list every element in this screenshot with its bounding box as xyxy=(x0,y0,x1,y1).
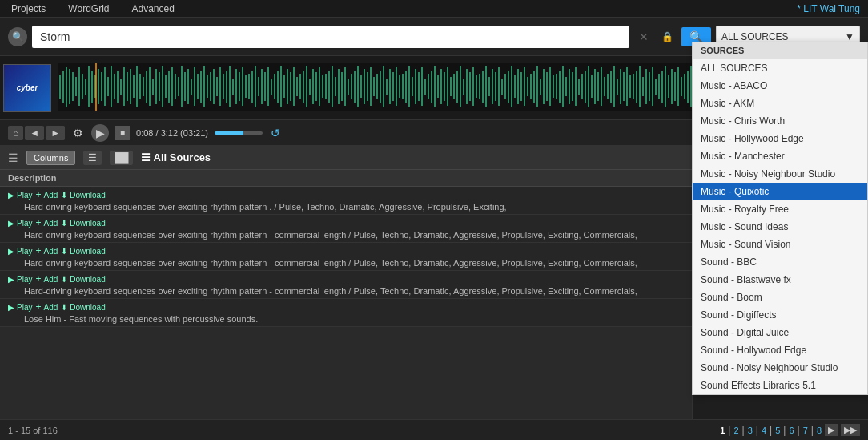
svg-rect-192 xyxy=(671,69,673,104)
svg-rect-80 xyxy=(312,69,314,104)
svg-rect-90 xyxy=(344,67,346,106)
play-row-button[interactable]: ▶ Play xyxy=(8,219,32,228)
dropdown-item-music-noisy[interactable]: Music - Noisy Neighbour Studio xyxy=(693,165,867,183)
svg-rect-119 xyxy=(437,75,439,98)
grid-view-button[interactable]: ██ xyxy=(110,151,133,165)
menu-wordgrid[interactable]: WordGrid xyxy=(65,2,112,16)
play-row-button[interactable]: ▶ Play xyxy=(8,191,32,200)
search-input[interactable] xyxy=(32,26,629,48)
dropdown-item-music-manchester[interactable]: Music - Manchester xyxy=(693,147,867,165)
dropdown-item-sound-digiffects[interactable]: Sound - Digiffects xyxy=(693,306,867,324)
dropdown-item-sound-hollywood-edge[interactable]: Sound - Hollywood Edge xyxy=(693,341,867,359)
dropdown-item-music-akm[interactable]: Music - AKM xyxy=(693,95,867,112)
row-actions: ▶ Play + Add ⬇ Download xyxy=(0,216,692,229)
row-description: Hard-driving keyboard sequences over exc… xyxy=(0,229,692,240)
svg-rect-57 xyxy=(239,72,240,101)
dropdown-item-sound-bbc[interactable]: Sound - BBC xyxy=(693,253,867,271)
add-row-button[interactable]: + Add xyxy=(35,301,58,313)
add-row-button[interactable]: + Add xyxy=(35,245,58,256)
add-row-button[interactable]: + Add xyxy=(35,273,58,285)
dropdown-item-music-royalty[interactable]: Music - Royalty Free xyxy=(693,200,867,218)
page-link-1[interactable]: 1 xyxy=(720,426,725,435)
svg-rect-183 xyxy=(642,77,644,96)
svg-rect-99 xyxy=(373,77,375,96)
dropdown-item-music-quixotic[interactable]: Music - Quixotic xyxy=(693,183,867,200)
clear-button[interactable]: ✕ xyxy=(634,29,653,45)
svg-rect-110 xyxy=(408,66,410,107)
dropdown-item-music-sound-vision[interactable]: Music - Sound Vision xyxy=(693,236,867,253)
page-link-4[interactable]: 4 xyxy=(762,426,766,435)
nav-prev-button[interactable]: ◄ xyxy=(25,126,44,140)
columns-button[interactable]: Columns xyxy=(26,151,75,165)
page-last-button[interactable]: ▶▶ xyxy=(841,424,860,436)
all-sources-title: ☰ All Sources xyxy=(141,151,211,163)
pagination-pages: 1 | 2 | 3 | 4 | 5 | 6 | 7 | 8 ▶ ▶▶ xyxy=(720,424,860,436)
page-link-5[interactable]: 5 xyxy=(775,426,780,435)
dropdown-item-music-chris[interactable]: Music - Chris Worth xyxy=(693,112,867,130)
svg-rect-34 xyxy=(165,75,167,98)
page-link-7[interactable]: 7 xyxy=(803,426,808,435)
svg-rect-79 xyxy=(309,79,311,95)
svg-rect-94 xyxy=(357,66,359,107)
dropdown-item-all-sources[interactable]: ALL SOURCES xyxy=(693,59,867,77)
svg-rect-93 xyxy=(354,71,356,103)
download-row-button[interactable]: ⬇ Download xyxy=(61,303,105,312)
loop-button[interactable]: ↺ xyxy=(269,125,282,141)
svg-rect-48 xyxy=(210,72,211,101)
page-link-2[interactable]: 2 xyxy=(733,426,738,435)
svg-rect-156 xyxy=(556,74,557,99)
add-row-button[interactable]: + Add xyxy=(35,217,58,228)
nav-next-button[interactable]: ► xyxy=(46,126,65,140)
settings-button[interactable]: ⚙ xyxy=(71,125,85,141)
svg-rect-181 xyxy=(636,71,637,103)
svg-rect-111 xyxy=(412,77,413,96)
svg-rect-65 xyxy=(264,72,266,101)
dropdown-item-music-sound-ideas[interactable]: Music - Sound Ideas xyxy=(693,218,867,236)
dropdown-item-sound-digital-juice[interactable]: Sound - Digital Juice xyxy=(693,324,867,341)
play-row-button[interactable]: ▶ Play xyxy=(8,303,32,312)
svg-rect-147 xyxy=(527,77,528,96)
download-row-button[interactable]: ⬇ Download xyxy=(61,219,105,228)
dropdown-item-sound-noisy-neighbour[interactable]: Sound - Noisy Neighbour Studio xyxy=(693,359,867,377)
svg-rect-155 xyxy=(553,75,554,98)
svg-rect-25 xyxy=(136,66,138,107)
svg-rect-138 xyxy=(498,67,500,106)
play-row-button[interactable]: ▶ Play xyxy=(8,275,32,284)
svg-rect-42 xyxy=(191,79,192,95)
page-link-6[interactable]: 6 xyxy=(789,426,794,435)
page-link-8[interactable]: 8 xyxy=(817,426,822,435)
svg-rect-82 xyxy=(319,67,320,106)
dropdown-item-sound-effects-libs[interactable]: Sound Effects Libraries 5.1 xyxy=(693,377,867,394)
svg-rect-189 xyxy=(661,71,663,103)
volume-slider[interactable] xyxy=(215,131,263,135)
svg-rect-120 xyxy=(440,69,442,104)
list-view-button[interactable]: ☰ xyxy=(83,151,102,165)
dropdown-item-music-abaco[interactable]: Music - ABACO xyxy=(693,77,867,95)
dropdown-item-sound-blastwave[interactable]: Sound - Blastwave fx xyxy=(693,271,867,289)
svg-rect-37 xyxy=(175,74,176,99)
menu-projects[interactable]: Projects xyxy=(8,2,49,16)
svg-rect-101 xyxy=(380,71,381,103)
stop-button[interactable]: ■ xyxy=(115,126,130,140)
add-row-button[interactable]: + Add xyxy=(35,189,58,200)
svg-rect-9 xyxy=(85,79,86,95)
sources-icon: ☰ xyxy=(141,151,151,163)
page-link-3[interactable]: 3 xyxy=(748,426,753,435)
svg-rect-5 xyxy=(72,72,74,101)
lock-button[interactable]: 🔒 xyxy=(658,30,677,44)
nav-home-button[interactable]: ⌂ xyxy=(8,126,23,140)
dropdown-item-sound-boom[interactable]: Sound - Boom xyxy=(693,289,867,306)
download-row-button[interactable]: ⬇ Download xyxy=(61,247,105,256)
play-row-button[interactable]: ▶ Play xyxy=(8,247,32,256)
hamburger-icon[interactable]: ☰ xyxy=(8,151,18,164)
svg-rect-6 xyxy=(75,77,77,96)
svg-rect-103 xyxy=(386,79,388,95)
dropdown-item-music-hollywood[interactable]: Music - Hollywood Edge xyxy=(693,130,867,147)
page-next-button[interactable]: ▶ xyxy=(825,424,838,436)
menu-advanced[interactable]: Advanced xyxy=(128,2,177,16)
play-button[interactable]: ▶ xyxy=(91,124,109,142)
svg-rect-96 xyxy=(364,69,365,104)
download-row-button[interactable]: ⬇ Download xyxy=(61,191,105,200)
svg-rect-95 xyxy=(360,75,362,98)
download-row-button[interactable]: ⬇ Download xyxy=(61,275,105,284)
